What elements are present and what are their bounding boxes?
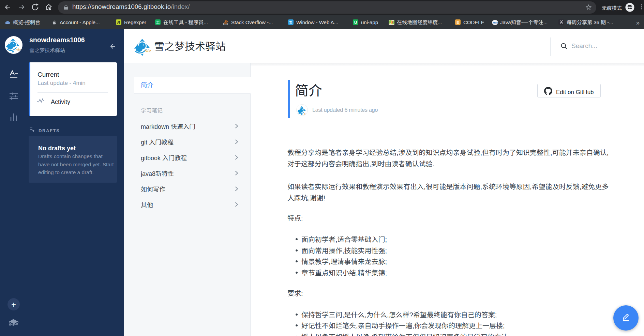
svg-text:Java: Java — [492, 21, 498, 24]
